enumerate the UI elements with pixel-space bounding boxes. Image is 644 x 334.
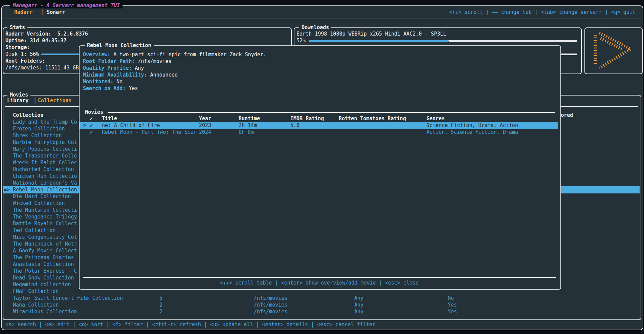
collection-list-item[interactable]: Chicken Run Collectio — [13, 173, 77, 179]
modal-field-value: No — [116, 79, 123, 85]
stats-rootfolder-value: /nfs/movies: 11511.43 GB — [5, 65, 79, 71]
modal-movies-header-1: Title — [102, 116, 117, 122]
collection-list-item[interactable]: Rebel Moon Collection — [13, 187, 77, 193]
movie-title-cell[interactable]: ne: A Child of Fire — [102, 123, 160, 128]
collection-count-cell: 2 — [159, 302, 162, 308]
collection-list-item[interactable]: Nana Collection — [13, 302, 59, 308]
modal-field-label: Overview: — [83, 51, 110, 58]
collection-count-cell: 2 — [159, 309, 162, 315]
tab-radarr[interactable]: Radarr — [14, 9, 32, 15]
modal-movies-header-2: Year — [199, 116, 211, 122]
collection-list-item[interactable]: Shrek Collection — [13, 133, 62, 139]
tab-collections[interactable]: Collections — [38, 98, 71, 104]
modal-field-row: Overview: A two-part sci-fi epic from fi… — [83, 52, 266, 58]
collection-quality-cell: Any — [354, 309, 363, 315]
modal-field-value: Announced — [150, 72, 178, 78]
download2-gauge-partial — [561, 54, 577, 55]
modal-movies-header-4: IMDB Rating — [290, 116, 324, 122]
movie-check-icon: ✔ — [90, 123, 93, 128]
modal-selection-arrow: => — [80, 123, 86, 128]
tab-library[interactable]: Library — [7, 98, 28, 104]
modal-field-label: Monitored: — [83, 79, 113, 85]
collection-list-item[interactable]: Dead Snow Collection — [13, 275, 74, 281]
modal-field-value: A two-part sci-fi epic from filmmaker Za… — [113, 51, 266, 58]
movie-runtime-cell: 0h 0m — [239, 129, 254, 135]
collection-list-item[interactable]: Die Hard Collection — [13, 194, 71, 200]
collection-list-item[interactable]: A Goofy Movie Collect — [13, 248, 77, 254]
stats-disk-label: Disk 1: 56% — [5, 51, 39, 57]
modal-movies-title-line — [108, 112, 555, 113]
collection-list-item[interactable]: The Vengeance Trilogy — [13, 214, 77, 220]
modal-field-row: Search on Add: Yes — [83, 86, 138, 91]
collection-list-item[interactable]: The Huntsman Collecti — [13, 207, 77, 213]
collection-list-item[interactable]: Megamind collection — [13, 282, 71, 288]
radarr-ascii-logo-icon — [591, 30, 635, 70]
movie-year-cell: 2023 — [199, 123, 211, 128]
modal-title: Rebel Moon Collection — [85, 43, 154, 48]
modal-field-value: Any — [135, 65, 144, 71]
modal-field-row: Minimum Availability: Announced — [83, 72, 178, 78]
collection-list-item[interactable]: Miraculous Collection — [13, 309, 77, 315]
tab-separator: │ — [41, 9, 44, 15]
collection-column-header: Collection — [13, 112, 43, 118]
collection-path-cell: /nfs/movies — [254, 295, 287, 301]
selection-arrow: => — [4, 187, 10, 193]
movie-genres-cell: Science Fiction, Drama, Action — [426, 123, 518, 128]
modal-field-row: Quality Profile: Any — [83, 65, 144, 71]
collection-list-item[interactable]: National Lampoon's Va — [13, 180, 77, 186]
header-divider — [1, 19, 642, 19]
stats-version: Radarr Version: 5.2.6.8376 — [5, 31, 88, 37]
collection-list-item[interactable]: Wicked Collection — [13, 201, 65, 206]
collection-list-item[interactable]: Mary Poppins Collecti — [13, 146, 77, 152]
modal-field-label: Quality Profile: — [83, 65, 132, 71]
collection-flag-cell: Yes — [448, 309, 457, 315]
movie-title-cell[interactable]: Rebel Moon - Part Two: The Scar — [102, 129, 197, 135]
app-title: Managarr - A Servarr management TUI — [10, 3, 123, 8]
movie-runtime-cell: 2h 14m — [239, 123, 257, 128]
collection-list-item[interactable]: Ted Collection — [13, 228, 55, 233]
bottom-keybinds: <s> search | <e> edit | <o> sort | <f> f… — [5, 322, 375, 328]
collection-list-item[interactable]: Miss Congeniality Col — [13, 234, 77, 240]
collection-list-item[interactable]: Barbie Fairytopia Col — [13, 140, 77, 145]
collection-list-item[interactable]: Battle Royale Collect — [13, 221, 77, 227]
modal-field-label: Search on Add: — [83, 85, 126, 91]
collection-list-item[interactable]: Anastasia Collection — [13, 262, 74, 267]
modal-footer-keybinds: <↑↓> scroll table | <enter> show overvie… — [79, 280, 560, 286]
modal-movies-header-5: Rotten Tomatoes Rating — [339, 116, 406, 122]
collection-flag-cell: Yes — [448, 302, 457, 308]
download-gauge-rest — [448, 40, 577, 42]
collection-list-item[interactable]: Taylor Swift Concert Film Collection — [13, 295, 123, 301]
modal-movies-header-3: Runtime — [239, 116, 260, 122]
modal-movies-section-title: Movies — [83, 109, 106, 115]
collection-list-item[interactable]: FNaF Collection — [13, 289, 59, 294]
collection-list-item[interactable]: The Princess Diaries — [13, 255, 74, 260]
downloads-panel-title: Downloads — [299, 25, 331, 30]
download-gauge-filled — [309, 40, 448, 42]
movie-imdb-cell: 5.6 — [290, 123, 299, 128]
stats-rootfolders-label: Root Folders: — [5, 58, 45, 64]
collection-count-cell: 5 — [159, 295, 162, 301]
modal-field-value: /nfs/movies — [138, 58, 172, 64]
collection-path-cell: /nfs/movies — [254, 309, 287, 315]
modal-movies-header-0: ✔ — [90, 116, 93, 122]
collection-flag-cell: No — [448, 295, 454, 301]
collection-list-item[interactable]: Frozen Collection — [13, 126, 65, 132]
top-keybinds: <↑↓> scroll | ←→ change tab | <tab> chan… — [449, 9, 636, 15]
collection-list-item[interactable]: The Hunchback of Notr — [13, 241, 77, 247]
stats-panel-title: Stats — [7, 25, 27, 30]
modal-field-value: Yes — [129, 85, 138, 91]
collection-list-item[interactable]: Lady and the Tramp Co — [13, 119, 77, 125]
collection-details-modal — [79, 45, 561, 290]
tab-sonarr[interactable]: Sonarr — [47, 9, 65, 15]
movies-panel-title: Movies — [7, 92, 30, 98]
collection-list-item[interactable]: Wreck-It Ralph Collec — [13, 160, 77, 166]
modal-field-label: Minimum Availability: — [83, 72, 147, 78]
movie-check-icon: ✔ — [90, 129, 93, 135]
modal-field-label: Root Folder Path: — [83, 58, 135, 64]
collection-list-item[interactable]: Uncharted Collection — [13, 167, 74, 172]
collection-quality-cell: Any — [354, 295, 363, 301]
collection-list-item[interactable]: The Transporter Colle — [13, 153, 77, 159]
stats-uptime: Uptime: 31d 04:35:37 — [5, 38, 67, 44]
modal-field-row: Monitored: No — [83, 79, 123, 85]
collection-list-item[interactable]: The Polar Express - C — [13, 268, 77, 274]
